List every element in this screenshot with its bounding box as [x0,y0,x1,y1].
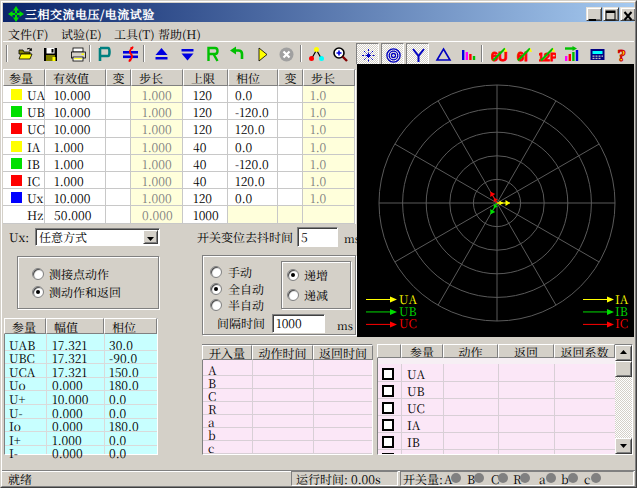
svg-text:UA: UA [399,290,418,307]
svg-text:12P: 12P [539,51,556,63]
svg-text:6U: 6U [491,49,508,64]
svg-text:?: ? [618,46,627,63]
svg-text:IB: IB [615,302,628,319]
svg-text:UC: UC [399,314,417,331]
svg-text:IA: IA [615,290,629,307]
svg-text:IC: IC [615,314,628,331]
svg-text:6I: 6I [517,49,528,64]
svg-text:UB: UB [399,302,417,319]
